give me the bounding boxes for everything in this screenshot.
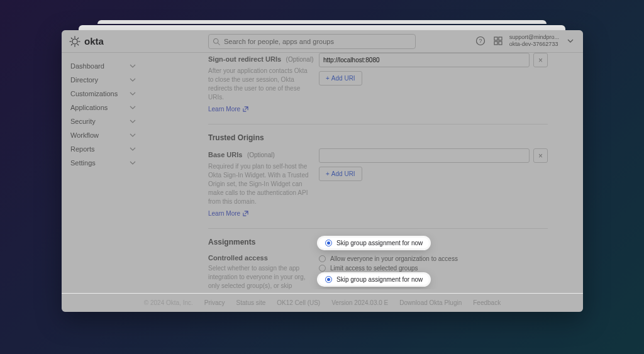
sidebar-item-label: Reports bbox=[70, 145, 95, 153]
search-input[interactable] bbox=[220, 37, 411, 46]
plus-icon: + bbox=[326, 170, 330, 177]
external-link-icon bbox=[243, 211, 248, 216]
learn-more-label: Learn More bbox=[208, 106, 240, 113]
chevron-down-icon bbox=[130, 63, 136, 69]
footer-copyright: © 2024 Okta, Inc. bbox=[144, 299, 193, 306]
plus-icon: + bbox=[326, 75, 330, 82]
sidebar-item-settings[interactable]: Settings bbox=[62, 156, 143, 170]
sidebar-item-label: Dashboard bbox=[70, 62, 104, 70]
user-email: support@mindpro... bbox=[509, 34, 559, 41]
svg-line-8 bbox=[77, 38, 79, 39]
brand-text: okta bbox=[84, 36, 104, 47]
add-uri-label: Add URI bbox=[331, 75, 355, 82]
optional-hint: (Optional) bbox=[286, 56, 314, 63]
sidebar-item-reports[interactable]: Reports bbox=[62, 142, 143, 156]
svg-rect-15 bbox=[494, 41, 497, 45]
sidebar-item-label: Applications bbox=[70, 104, 108, 111]
sidebar-item-customizations[interactable]: Customizations bbox=[62, 87, 143, 101]
svg-rect-13 bbox=[494, 37, 497, 40]
trusted-origins-title: Trusted Origins bbox=[208, 133, 548, 142]
radio-skip-assignment-spotlight[interactable]: Skip group assignment for now bbox=[325, 240, 423, 246]
radio-icon bbox=[319, 255, 326, 262]
chevron-down-icon bbox=[130, 146, 136, 152]
okta-logo-icon bbox=[69, 36, 80, 47]
footer: © 2024 Okta, Inc. Privacy Status site OK… bbox=[62, 293, 583, 312]
footer-link-status[interactable]: Status site bbox=[236, 299, 266, 306]
radio-label: Limit access to selected groups bbox=[330, 265, 418, 272]
topbar: okta ? support@mindpro... okta-dev-37662… bbox=[62, 30, 583, 53]
apps-grid-icon[interactable] bbox=[492, 35, 504, 47]
brand-logo: okta bbox=[69, 36, 104, 47]
footer-link-privacy[interactable]: Privacy bbox=[204, 299, 225, 306]
sidebar: Dashboard Directory Customizations Appli… bbox=[62, 55, 143, 312]
chevron-down-icon bbox=[130, 132, 136, 138]
radio-limit-groups[interactable]: Limit access to selected groups bbox=[319, 263, 548, 273]
sidebar-item-label: Settings bbox=[70, 159, 96, 167]
radio-icon bbox=[319, 265, 326, 272]
radio-label: Allow everyone in your organization to a… bbox=[330, 255, 458, 262]
learn-more-label: Learn More bbox=[208, 210, 240, 217]
svg-line-7 bbox=[71, 44, 72, 45]
sidebar-item-security[interactable]: Security bbox=[62, 114, 143, 128]
signout-learn-more-link[interactable]: Learn More bbox=[208, 106, 248, 113]
sidebar-item-label: Directory bbox=[70, 76, 98, 84]
footer-link-cell[interactable]: OK12 Cell (US) bbox=[277, 299, 320, 306]
svg-line-6 bbox=[77, 44, 79, 45]
help-icon[interactable]: ? bbox=[474, 35, 487, 47]
chevron-down-icon bbox=[130, 91, 136, 97]
footer-link-version: Version 2024.03.0 E bbox=[331, 299, 388, 306]
sidebar-item-label: Workflow bbox=[70, 131, 99, 139]
chevron-down-icon bbox=[130, 77, 136, 83]
signout-uri-input[interactable] bbox=[319, 53, 530, 67]
footer-link-feedback[interactable]: Feedback bbox=[473, 299, 501, 306]
footer-link-download[interactable]: Download Okta Plugin bbox=[399, 299, 462, 306]
sidebar-item-label: Customizations bbox=[70, 90, 118, 97]
chevron-down-icon[interactable] bbox=[564, 35, 577, 47]
svg-point-9 bbox=[214, 39, 219, 44]
chevron-down-icon bbox=[130, 160, 136, 166]
remove-base-uri-button[interactable]: × bbox=[533, 148, 548, 163]
base-uri-input[interactable] bbox=[319, 148, 530, 163]
signout-description: After your application contacts Okta to … bbox=[208, 67, 309, 102]
sidebar-item-applications[interactable]: Applications bbox=[62, 101, 143, 114]
sidebar-item-directory[interactable]: Directory bbox=[62, 73, 143, 87]
controlled-access-label: Controlled access bbox=[208, 254, 319, 262]
sidebar-item-workflow[interactable]: Workflow bbox=[62, 128, 143, 142]
search-box[interactable] bbox=[208, 34, 416, 49]
user-menu[interactable]: support@mindpro... okta-dev-37662733 bbox=[509, 34, 559, 48]
add-base-uri-button[interactable]: + Add URI bbox=[319, 167, 362, 181]
base-uris-label: Base URIs bbox=[208, 151, 242, 158]
sidebar-item-dashboard[interactable]: Dashboard bbox=[62, 59, 143, 73]
radio-allow-everyone[interactable]: Allow everyone in your organization to a… bbox=[319, 254, 548, 263]
svg-point-0 bbox=[72, 38, 77, 43]
radio-skip-assignment[interactable]: Skip group assignment for now bbox=[325, 276, 423, 283]
signout-label: Sign-out redirect URIs bbox=[208, 55, 281, 63]
divider bbox=[208, 124, 548, 124]
trusted-learn-more-link[interactable]: Learn More bbox=[208, 210, 248, 217]
main-content: Sign-out redirect URIs (Optional) After … bbox=[208, 53, 548, 289]
chevron-down-icon bbox=[130, 118, 136, 124]
radio-icon bbox=[325, 240, 332, 246]
optional-hint: (Optional) bbox=[247, 152, 275, 158]
chevron-down-icon bbox=[130, 104, 136, 111]
radio-icon bbox=[325, 276, 332, 283]
sidebar-item-label: Security bbox=[70, 118, 96, 125]
svg-text:?: ? bbox=[479, 38, 482, 44]
remove-uri-button[interactable]: × bbox=[533, 53, 548, 67]
controlled-access-description: Select whether to assign the app integra… bbox=[208, 264, 309, 289]
external-link-icon bbox=[243, 106, 248, 112]
svg-rect-14 bbox=[499, 37, 502, 40]
add-uri-label: Add URI bbox=[331, 170, 355, 177]
user-tenant: okta-dev-37662733 bbox=[509, 41, 559, 48]
svg-line-5 bbox=[71, 38, 72, 39]
add-signout-uri-button[interactable]: + Add URI bbox=[319, 71, 362, 86]
radio-label: Skip group assignment for now bbox=[336, 276, 423, 283]
base-uris-description: Required if you plan to self-host the Ok… bbox=[208, 162, 309, 206]
svg-line-10 bbox=[218, 43, 219, 45]
search-icon bbox=[213, 38, 220, 45]
radio-label: Skip group assignment for now bbox=[336, 240, 423, 246]
svg-rect-16 bbox=[499, 41, 502, 45]
divider bbox=[208, 228, 548, 229]
app-window: okta ? support@mindpro... okta-dev-37662… bbox=[62, 30, 583, 312]
